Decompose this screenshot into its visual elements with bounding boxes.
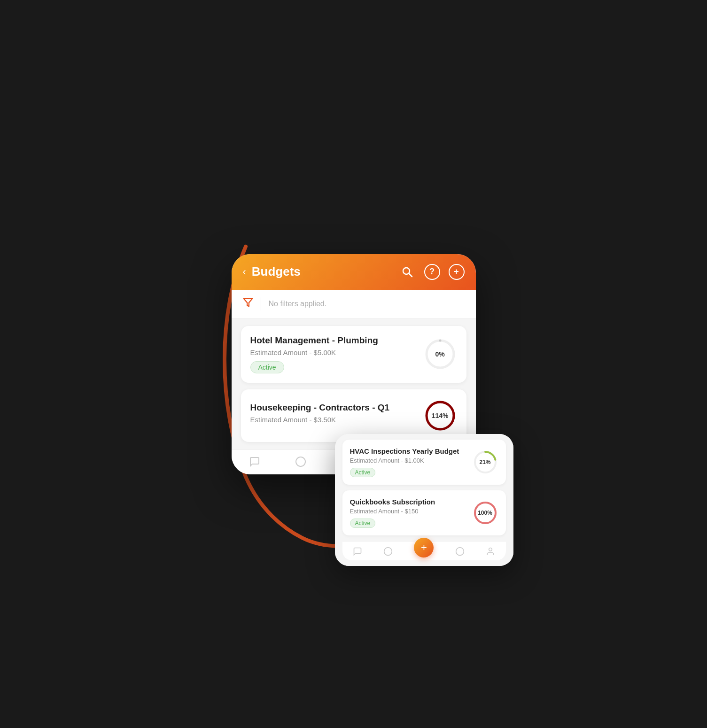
card-2-title: Housekeeping - Contractors - Q1 <box>250 403 423 413</box>
card-2-progress-label: 114% <box>432 412 449 419</box>
search-icon[interactable] <box>399 263 416 280</box>
secondary-nav-add[interactable]: + <box>414 538 434 558</box>
secondary-bottom-nav: + <box>342 541 506 560</box>
card-1-amount: Estimated Amount - $5.00K <box>250 349 423 356</box>
header-icons: ? + <box>399 263 465 280</box>
secondary-card-2-info: Quickbooks Subscription Estimated Amount… <box>350 498 472 528</box>
card-2-info: Housekeeping - Contractors - Q1 Estimate… <box>250 403 423 428</box>
svg-line-2 <box>409 273 412 277</box>
nav-icon-2 <box>295 456 306 470</box>
secondary-card-1-status: Active <box>350 468 376 477</box>
add-budget-icon[interactable]: + <box>449 264 465 280</box>
card-1-progress-label: 0% <box>435 350 444 358</box>
help-icon[interactable]: ? <box>424 264 440 280</box>
help-icon-label: ? <box>429 267 435 277</box>
filter-bar: No filters applied. <box>232 290 476 318</box>
main-content: Hotel Management - Plumbing Estimated Am… <box>232 318 476 449</box>
secondary-phone: HVAC Inspections Yearly Budget Estimated… <box>335 434 513 566</box>
budget-card-1[interactable]: Hotel Management - Plumbing Estimated Am… <box>241 326 466 383</box>
svg-point-16 <box>456 548 464 556</box>
svg-point-15 <box>384 548 392 556</box>
card-1-info: Hotel Management - Plumbing Estimated Am… <box>250 335 423 373</box>
secondary-card-1[interactable]: HVAC Inspections Yearly Budget Estimated… <box>342 440 506 485</box>
card-1-title: Hotel Management - Plumbing <box>250 335 423 346</box>
secondary-nav-user[interactable] <box>486 547 495 556</box>
card-2-amount: Estimated Amount - $3.50K <box>250 416 423 424</box>
nav-item-2[interactable] <box>295 456 306 470</box>
nav-item-1[interactable] <box>249 456 260 470</box>
back-button[interactable]: ‹ <box>243 267 246 277</box>
add-icon-label: + <box>454 267 459 277</box>
card-2-progress: 114% <box>423 399 457 433</box>
filter-icon[interactable] <box>243 297 253 310</box>
secondary-card-2-progress-label: 100% <box>478 510 492 516</box>
secondary-card-1-progress-label: 21% <box>479 459 490 465</box>
header: ‹ Budgets ? + <box>232 254 476 290</box>
phone-wrapper: ‹ Budgets ? + <box>208 171 499 557</box>
svg-point-8 <box>296 457 305 466</box>
page-title: Budgets <box>252 264 301 279</box>
svg-marker-3 <box>243 298 252 306</box>
secondary-card-1-info: HVAC Inspections Yearly Budget Estimated… <box>350 447 472 477</box>
nav-icon-1 <box>249 456 260 470</box>
secondary-nav-2[interactable] <box>383 547 393 556</box>
filter-divider <box>261 297 261 310</box>
secondary-card-2-title: Quickbooks Subscription <box>350 498 472 506</box>
secondary-card-2[interactable]: Quickbooks Subscription Estimated Amount… <box>342 490 506 535</box>
secondary-card-2-progress: 100% <box>472 500 498 526</box>
secondary-card-1-title: HVAC Inspections Yearly Budget <box>350 447 472 455</box>
secondary-card-1-amount: Estimated Amount - $1.00K <box>350 457 472 464</box>
secondary-nav-1[interactable] <box>353 547 362 556</box>
secondary-card-1-progress: 21% <box>472 449 498 475</box>
card-1-status: Active <box>250 361 284 373</box>
svg-point-17 <box>489 548 492 551</box>
secondary-content: HVAC Inspections Yearly Budget Estimated… <box>335 434 513 566</box>
secondary-card-2-amount: Estimated Amount - $150 <box>350 508 472 515</box>
filter-text: No filters applied. <box>269 300 327 308</box>
secondary-nav-3[interactable] <box>455 547 465 556</box>
secondary-card-2-status: Active <box>350 519 376 528</box>
header-left: ‹ Budgets <box>243 264 301 279</box>
card-1-progress: 0% <box>423 337 457 371</box>
